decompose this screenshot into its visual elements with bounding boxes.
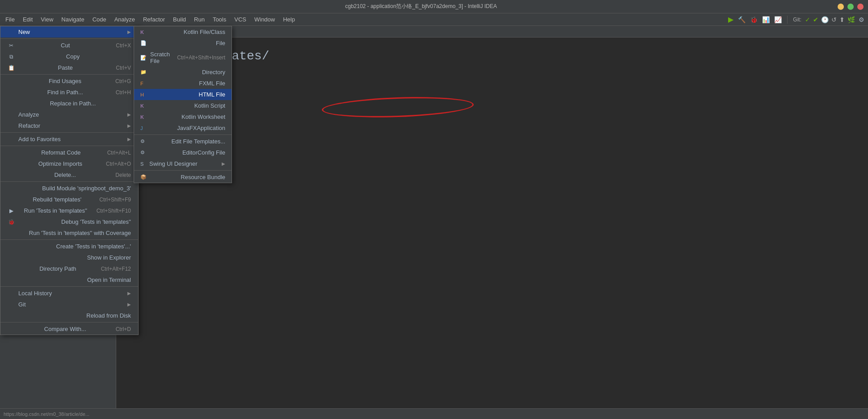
kotlin-icon: K [140,29,147,35]
menu-item-paste[interactable]: 📋 Paste Ctrl+V [0,62,138,73]
menu-view[interactable]: View [37,15,57,24]
submenu-item-label: FXML File [199,80,225,87]
submenu-item-javafx[interactable]: J JavaFXApplication [134,122,232,134]
main-layout: Project ▼ ▶ 📁 spring_demo_7_tx ▶ 📁 sprin… [0,38,868,419]
menu-item-optimize[interactable]: Optimize Imports Ctrl+Alt+O [0,158,138,169]
menu-item-label: Cut [61,42,70,49]
close-button[interactable] [857,4,864,10]
menu-item-build[interactable]: Build Module 'springboot_demo_3' [0,183,138,194]
menu-item-label: Git [18,301,26,308]
menu-edit[interactable]: Edit [19,15,36,24]
menu-item-favorites[interactable]: Add to Favorites [0,134,138,145]
menu-item-openterminal[interactable]: Open in Terminal [0,274,138,285]
run-button[interactable]: ▶ [726,15,735,24]
menu-item-label: Copy [66,53,80,60]
menu-item-compare[interactable]: Compare With... Ctrl+D [0,323,138,335]
menu-item-new[interactable]: New [0,26,138,38]
git-history-icon[interactable]: 🕐 [820,16,830,23]
git-branch-icon[interactable]: 🌿 [847,16,856,23]
git-label: Git: [791,17,803,23]
submenu-item-resourcebundle[interactable]: 📦 Resource Bundle [134,172,232,183]
git-tick-icon[interactable]: ✔ [812,16,819,23]
menu-item-runtests[interactable]: ▶ Run 'Tests in 'templates'' Ctrl+Shift+… [0,205,138,216]
menu-item-findusages[interactable]: Find Usages Ctrl+G [0,75,138,87]
submenu-item-label: Kotlin File/Class [184,29,225,35]
menu-refactor[interactable]: Refactor [139,15,169,24]
submenu-item-edittemplates[interactable]: ⚙ Edit File Templates... [134,136,232,147]
menu-item-reformat[interactable]: Reformat Code Ctrl+Alt+L [0,147,138,158]
shortcut-paste: Ctrl+V [116,65,131,71]
menu-code[interactable]: Code [89,15,110,24]
menu-item-git[interactable]: Git [0,299,138,310]
settings-icon[interactable]: ⚙ [857,16,866,23]
menu-item-copy[interactable]: ⧉ Copy [0,51,138,62]
menu-file[interactable]: File [2,15,18,24]
coverage-button[interactable]: 📊 [760,16,771,23]
title-bar-controls[interactable] [838,4,864,10]
menu-item-debugtests[interactable]: 🐞 Debug 'Tests in 'templates'' [0,216,138,227]
menu-item-reload[interactable]: Reload from Disk [0,310,138,321]
submenu-item-label: JavaFXApplication [177,125,225,131]
submenu-item-kotlinworksheet[interactable]: K Kotlin Worksheet [134,111,232,122]
context-menu: New ✂ Cut Ctrl+X ⧉ Copy 📋 Paste Ctrl+V [0,26,139,335]
menu-item-refactor[interactable]: Refactor [0,120,138,131]
menu-help[interactable]: Help [279,15,299,24]
submenu-item-html[interactable]: H HTML File [134,89,232,100]
menu-item-showinexplorer[interactable]: Show in Explorer [0,252,138,263]
submenu-separator-2 [134,170,232,171]
menu-tools[interactable]: Tools [209,15,230,24]
submenu-item-label: EditorConfig File [182,149,225,156]
menu-build[interactable]: Build [169,15,190,24]
separator-8 [0,322,138,323]
shortcut-runtests: Ctrl+Shift+F10 [97,208,131,214]
menu-vcs[interactable]: VCS [231,15,250,24]
submenu-item-fxml[interactable]: F FXML File [134,78,232,89]
edittemplates-icon: ⚙ [140,138,147,144]
menu-item-cut[interactable]: ✂ Cut Ctrl+X [0,40,138,51]
code-line-comment2: #是否使用缓存 [134,112,850,132]
submenu-item-label: Directory [202,69,225,75]
submenu-item-scratch[interactable]: 📝 Scratch File Ctrl+Alt+Shift+Insert [134,49,232,67]
git-check-icon[interactable]: ✓ [804,16,811,23]
build-button[interactable]: 🔨 [736,16,747,23]
profiler-button[interactable]: 📈 [772,16,784,23]
menu-item-dirpath[interactable]: Directory Path Ctrl+Alt+F12 [0,263,138,274]
kscript-icon: K [140,103,147,109]
bundle-icon: 📦 [140,174,147,180]
submenu-item-kotlinscript[interactable]: K Kotlin Script [134,100,232,111]
shortcut-compare: Ctrl+D [116,326,131,332]
submenu-item-editorconfig[interactable]: ⚙ EditorConfig File [134,147,232,158]
separator-2 [0,74,138,75]
menu-item-delete[interactable]: Delete... Delete [0,169,138,180]
menu-item-analyze[interactable]: Analyze [0,109,138,120]
menu-item-localhistory[interactable]: Local History [0,288,138,299]
menu-run[interactable]: Run [190,15,208,24]
menu-window[interactable]: Window [251,15,278,24]
menu-item-label: Delete... [54,172,76,178]
menu-item-label: Paste [58,64,73,71]
menu-item-findinpath[interactable]: Find in Path... Ctrl+H [0,87,138,98]
menu-navigate[interactable]: Navigate [58,15,88,24]
menu-item-replaceinpath[interactable]: Replace in Path... [0,98,138,109]
menu-item-label: Local History [18,290,52,297]
debug-button[interactable]: 🐞 [748,16,759,23]
code-line-comment1: #只查页面⼝级 [134,68,850,88]
git-push-icon[interactable]: ⬆ [839,16,846,23]
title-bar: cgb2102 - application范小络_E_bjfv07a2demo_… [0,0,868,13]
minimize-button[interactable] [838,4,844,10]
menu-item-label: Open in Terminal [87,277,131,283]
editorconfig-icon: ⚙ [140,150,147,155]
menu-item-createtests[interactable]: Create 'Tests in 'templates'...' [0,241,138,252]
submenu-item-swinguidesigner[interactable]: S Swing UI Designer ▶ [134,158,232,169]
menu-item-rebuild[interactable]: Rebuild 'templates' Ctrl+Shift+F9 [0,194,138,205]
toolbar-separator [787,16,788,24]
git-undo-icon[interactable]: ↺ [830,16,838,23]
submenu-item-directory[interactable]: 📁 Directory [134,67,232,78]
menu-item-label: Compare With... [44,326,86,332]
shortcut-optimize: Ctrl+Alt+O [106,161,131,167]
submenu-item-file[interactable]: 📄 File [134,38,232,49]
menu-analyze[interactable]: Analyze [111,15,139,24]
maximize-button[interactable] [847,4,854,10]
menu-item-coverage[interactable]: Run 'Tests in 'templates'' with Coverage [0,227,138,239]
submenu-item-kotlin[interactable]: K Kotlin File/Class [134,26,232,38]
